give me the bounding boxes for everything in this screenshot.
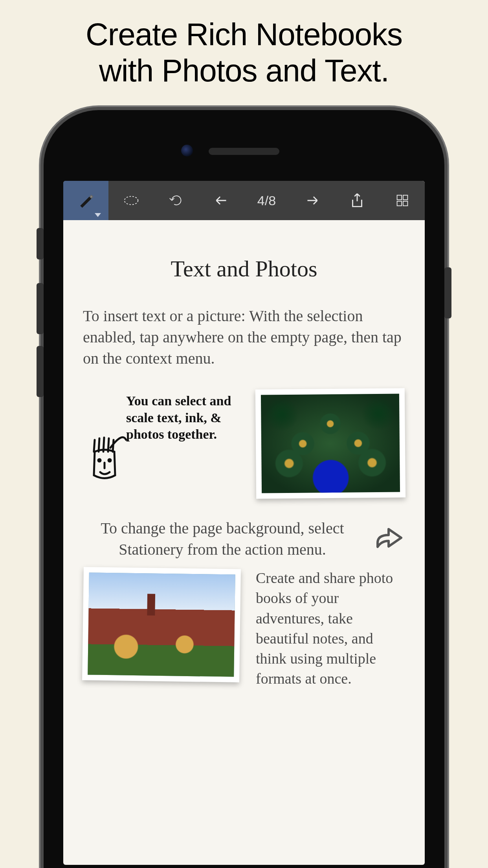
row-handwriting-photo: You can select and scale text, ink, & ph… [83,389,405,498]
app-screen: 4/8 [63,181,425,865]
page-counter-label: 4/8 [257,193,276,208]
chevron-down-icon [95,213,101,217]
headline-line1: Create Rich Notebooks [86,17,402,52]
background-tip-text: To change the page background, select St… [83,518,362,560]
share-arrow-sketch [374,525,405,553]
svg-rect-2 [403,195,407,200]
svg-rect-1 [397,195,402,200]
photo-peacock[interactable] [255,388,405,498]
arrow-right-icon [303,191,321,210]
page-title: Text and Photos [83,256,405,282]
svg-point-6 [108,459,111,462]
phone-camera [181,145,193,156]
phone-mute-switch [37,228,44,259]
marketing-headline: Create Rich Notebooks with Photos and Te… [0,0,488,89]
phone-power-button [444,267,451,318]
pen-icon [77,191,95,210]
headline-line2: with Photos and Text. [99,53,389,88]
prev-page-button[interactable] [199,181,244,220]
lasso-tool-button[interactable] [108,181,154,220]
phone-volume-down [37,346,44,397]
share-icon [348,191,366,210]
lasso-icon [122,191,140,210]
svg-point-5 [98,459,101,462]
photobook-text: Create and share photo books of your adv… [256,568,405,689]
photo-castle[interactable] [82,567,241,682]
undo-button[interactable] [154,181,199,220]
castle-image [88,572,235,677]
grid-view-button[interactable] [380,181,425,220]
arrow-left-icon [213,191,231,210]
phone-volume-up [37,283,44,334]
next-page-button[interactable] [289,181,334,220]
svg-rect-3 [397,201,402,206]
app-toolbar: 4/8 [63,181,425,220]
doodle-face-sketch [83,436,130,499]
share-button[interactable] [334,181,380,220]
undo-icon [167,191,185,210]
intro-text: To insert text or a picture: With the se… [83,305,405,369]
grid-icon [393,191,411,210]
handwritten-note: You can select and scale text, ink, & ph… [126,393,244,443]
peacock-image [261,394,400,493]
phone-speaker [209,148,279,155]
handwriting-block: You can select and scale text, ink, & ph… [83,389,244,447]
pen-tool-button[interactable] [63,181,108,220]
row-background-tip: To change the page background, select St… [83,518,405,560]
svg-rect-4 [403,201,407,206]
row-castle-text: Create and share photo books of your adv… [83,568,405,689]
notebook-page[interactable]: Text and Photos To insert text or a pict… [63,220,425,689]
svg-point-0 [124,196,138,204]
page-indicator[interactable]: 4/8 [244,181,289,220]
phone-frame: 4/8 [44,110,444,868]
